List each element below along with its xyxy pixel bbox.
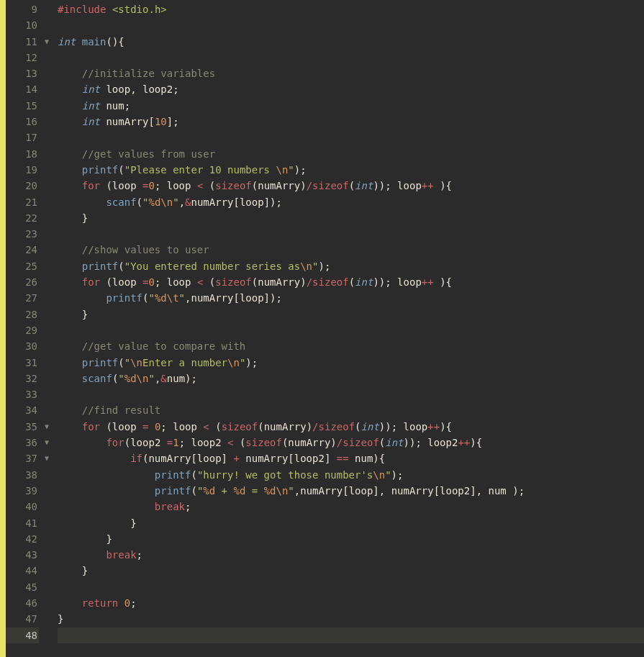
code-line[interactable]: int numArry[10];: [58, 114, 644, 130]
line-number[interactable]: 31: [6, 355, 39, 371]
code-line[interactable]: [58, 226, 644, 242]
line-number[interactable]: 26: [6, 274, 39, 290]
line-number[interactable]: 20: [6, 178, 39, 194]
code-line[interactable]: [58, 627, 644, 643]
code-line[interactable]: }: [58, 611, 644, 627]
line-number[interactable]: 45: [6, 579, 39, 595]
code-line[interactable]: //initialize variables: [58, 65, 644, 81]
code-line[interactable]: [58, 50, 644, 65]
code-line[interactable]: printf("%d\t",numArry[loop]);: [58, 290, 644, 306]
line-number[interactable]: 16: [6, 114, 39, 130]
fold-marker[interactable]: ▼: [42, 450, 52, 466]
code-line[interactable]: [58, 322, 644, 338]
code-line[interactable]: break;: [58, 547, 644, 563]
code-area[interactable]: #include <stdio.h> int main(){ //initial…: [52, 0, 644, 657]
fold-marker: [42, 1, 52, 17]
line-number-gutter[interactable]: 9101112131415161718192021222324252627282…: [6, 0, 42, 657]
line-number[interactable]: 40: [6, 499, 39, 515]
line-number[interactable]: 33: [6, 386, 39, 402]
line-number[interactable]: 46: [6, 595, 39, 611]
code-line[interactable]: break;: [58, 499, 644, 515]
fold-marker[interactable]: ▼: [42, 435, 52, 450]
token-punc: )); loop2: [404, 437, 458, 448]
token-punc: ;: [137, 549, 142, 561]
line-number[interactable]: 35: [6, 419, 39, 435]
token-op: ++: [427, 421, 440, 432]
fold-marker[interactable]: ▼: [42, 419, 52, 435]
token-punc: [58, 164, 82, 176]
code-editor[interactable]: 9101112131415161718192021222324252627282…: [0, 0, 644, 657]
line-number[interactable]: 22: [6, 210, 39, 226]
line-number[interactable]: 41: [6, 515, 39, 531]
token-punc: (loop: [100, 276, 142, 288]
code-line[interactable]: printf("You entered number series as\n")…: [58, 258, 644, 274]
line-number[interactable]: 37: [6, 450, 39, 466]
fold-marker: [42, 146, 52, 162]
line-number[interactable]: 47: [6, 611, 39, 627]
token-str: ": [288, 485, 294, 497]
line-number[interactable]: 42: [6, 531, 39, 547]
code-line[interactable]: [58, 130, 644, 145]
code-line[interactable]: //get values from user: [58, 146, 644, 162]
line-number[interactable]: 48: [6, 627, 39, 643]
line-number[interactable]: 12: [6, 50, 39, 65]
line-number[interactable]: 15: [6, 98, 39, 114]
code-line[interactable]: return 0;: [58, 595, 644, 611]
code-line[interactable]: printf("\nEnter a number\n");: [58, 355, 644, 371]
code-line[interactable]: for (loop = 0; loop < (sizeof(numArry)/s…: [58, 419, 644, 435]
line-number[interactable]: 29: [6, 322, 39, 338]
token-punc: [58, 68, 82, 79]
line-number[interactable]: 27: [6, 290, 39, 306]
code-line[interactable]: }: [58, 210, 644, 226]
line-number[interactable]: 17: [6, 130, 39, 145]
code-line[interactable]: int main(){: [58, 34, 644, 50]
line-number[interactable]: 11: [6, 34, 39, 50]
line-number[interactable]: 43: [6, 547, 39, 563]
line-number[interactable]: 9: [6, 1, 39, 17]
code-line[interactable]: int loop, loop2;: [58, 81, 644, 97]
line-number[interactable]: 32: [6, 371, 39, 386]
fold-marker: [42, 322, 52, 338]
code-line[interactable]: //get value to compare with: [58, 338, 644, 354]
code-line[interactable]: }: [58, 307, 644, 322]
code-line[interactable]: }: [58, 531, 644, 547]
code-line[interactable]: printf("%d + %d = %d\n",numArry[loop], n…: [58, 483, 644, 499]
fold-column[interactable]: ▼▼▼▼: [42, 0, 52, 657]
line-number[interactable]: 19: [6, 162, 39, 178]
code-line[interactable]: #include <stdio.h>: [58, 1, 644, 17]
line-number[interactable]: 13: [6, 65, 39, 81]
line-number[interactable]: 44: [6, 563, 39, 579]
line-number[interactable]: 38: [6, 467, 39, 483]
line-number[interactable]: 34: [6, 402, 39, 418]
code-line[interactable]: scanf("%d\n",&num);: [58, 371, 644, 386]
line-number[interactable]: 10: [6, 17, 39, 33]
code-line[interactable]: [58, 17, 644, 33]
line-number[interactable]: 36: [6, 435, 39, 450]
code-line[interactable]: printf("hurry! we got those number's\n")…: [58, 467, 644, 483]
code-line[interactable]: //find result: [58, 402, 644, 418]
code-line[interactable]: [58, 386, 644, 402]
line-number[interactable]: 28: [6, 307, 39, 322]
code-line[interactable]: printf("Please enter 10 numbers \n");: [58, 162, 644, 178]
code-line[interactable]: for (loop =0; loop < (sizeof(numArry)/si…: [58, 178, 644, 194]
code-line[interactable]: for(loop2 =1; loop2 < (sizeof(numArry)/s…: [58, 435, 644, 450]
line-number[interactable]: 23: [6, 226, 39, 242]
line-number[interactable]: 39: [6, 483, 39, 499]
line-number[interactable]: 25: [6, 258, 39, 274]
code-line[interactable]: //show values to user: [58, 242, 644, 258]
code-line[interactable]: [58, 579, 644, 595]
code-line[interactable]: }: [58, 515, 644, 531]
code-line[interactable]: for (loop =0; loop < (sizeof(numArry)/si…: [58, 274, 644, 290]
code-line[interactable]: }: [58, 563, 644, 579]
code-line[interactable]: if(numArry[loop] + numArry[loop2] == num…: [58, 450, 644, 466]
code-line[interactable]: int num;: [58, 98, 644, 114]
line-number[interactable]: 18: [6, 146, 39, 162]
token-num: 0: [148, 180, 154, 191]
line-number[interactable]: 21: [6, 194, 39, 210]
line-number[interactable]: 30: [6, 338, 39, 354]
fold-marker[interactable]: ▼: [42, 34, 52, 50]
line-number[interactable]: 24: [6, 242, 39, 258]
code-line[interactable]: scanf("%d\n",&numArry[loop]);: [58, 194, 644, 210]
token-fn: printf: [155, 469, 191, 481]
line-number[interactable]: 14: [6, 81, 39, 97]
